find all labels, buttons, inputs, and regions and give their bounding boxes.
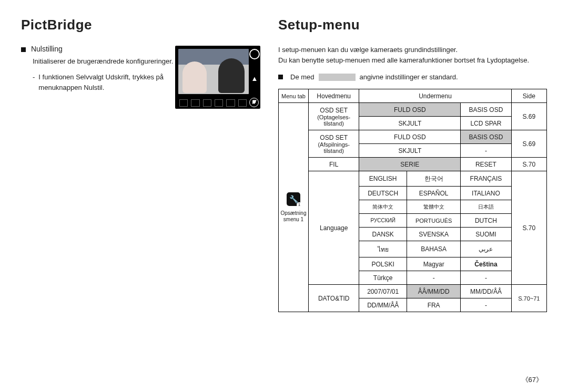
cell: -	[407, 271, 460, 285]
thumb-icon	[215, 99, 223, 107]
note-prefix: De med	[290, 73, 315, 81]
cell: عربي	[461, 241, 511, 257]
table-row: OSD SET (Afspilnings- tilstand) FULD OSD…	[279, 130, 547, 144]
intro-line-1: I setup-menuen kan du vælge kameraets gr…	[278, 45, 547, 55]
cell: RESET	[461, 158, 511, 171]
cell: DD/MM/ÅÅ	[359, 298, 407, 312]
language-label: Language	[309, 171, 359, 285]
section-title: Nulstilling	[31, 45, 63, 53]
cell: SKJULT	[359, 144, 461, 158]
hdr-hoved: Hovedmenu	[309, 89, 359, 103]
cell: -	[461, 144, 511, 158]
cell: PORTUGUÊS	[407, 214, 460, 228]
right-title: Setup-menu	[278, 17, 547, 33]
dash: -	[33, 72, 35, 93]
cell: -	[461, 298, 511, 312]
side-cell: S.70~71	[511, 285, 546, 312]
thumb-icon	[226, 99, 235, 107]
cell: 日本語	[461, 200, 511, 214]
cell: Türkçe	[359, 271, 407, 285]
cell: FRA	[407, 298, 460, 312]
hdr-under: Undermenu	[359, 89, 511, 103]
cell: DUTCH	[461, 214, 511, 228]
table-header-row: Menu tab Hovedmenu Undermenu Side	[279, 89, 547, 103]
cell: SVENSKA	[407, 228, 460, 241]
camera-preview-image: ▲ ▼ ▶	[175, 46, 260, 109]
cell: РУССКИЙ	[359, 214, 407, 228]
cell: BAHASA	[407, 241, 460, 257]
cell: Magyar	[407, 257, 460, 271]
cell: ITALIANO	[461, 187, 511, 200]
thumb-icon	[191, 99, 199, 107]
preview-right-controls: ▲ ▼	[250, 49, 259, 106]
cell: FRANÇAIS	[461, 171, 511, 187]
osd-play-label: OSD SET (Afspilnings- tilstand)	[309, 130, 359, 158]
cell: 한국어	[407, 171, 460, 187]
note-suffix: angivne indstillinger er standard.	[360, 73, 458, 81]
side-cell: S.69	[511, 130, 546, 158]
cell: ไทย	[359, 241, 407, 257]
intro-line-2: Du kan benytte setup-menuen med alle kam…	[278, 55, 547, 66]
cell: ENGLISH	[359, 171, 407, 187]
preview-bottom-icons	[179, 99, 247, 107]
cell: FULD OSD	[359, 130, 461, 144]
cell: BASIS OSD	[461, 103, 511, 117]
cell: ÅÅ/MM/DD	[407, 285, 460, 298]
up-arrow-icon: ▲	[251, 75, 258, 82]
side-cell: S.70	[511, 158, 546, 171]
reset-ring-icon	[249, 49, 260, 59]
page-number: 《67》	[522, 375, 543, 385]
cell: 繁體中文	[407, 200, 460, 214]
cell: POLSKI	[359, 257, 407, 271]
side-cell: S.69	[511, 103, 546, 130]
bullet-square-icon	[21, 47, 26, 52]
left-title: PictBridge	[21, 17, 260, 33]
thumb-icon	[179, 99, 188, 107]
cell: FULD OSD	[359, 103, 461, 117]
cell: 2007/07/01	[359, 285, 407, 298]
fil-label: FIL	[309, 158, 359, 171]
cell: BASIS OSD	[461, 130, 511, 144]
table-row: DATO&TID 2007/07/01 ÅÅ/MM/DD MM/DD/ÅÅ S.…	[279, 285, 547, 298]
thumb-icon	[238, 99, 247, 107]
cell: LCD SPAR	[461, 117, 511, 130]
bullet-square-icon	[278, 75, 283, 79]
cell: Čeština	[461, 257, 511, 271]
cell: SUOMI	[461, 228, 511, 241]
cell: 简体中文	[359, 200, 407, 214]
cell: DEUTSCH	[359, 187, 407, 200]
cell: DANSK	[359, 228, 407, 241]
setup-icon: 🔧	[287, 192, 300, 206]
cell: MM/DD/ÅÅ	[461, 285, 511, 298]
left-column: PictBridge ▲ ▼	[21, 17, 260, 312]
table-row: FIL SERIE RESET S.70	[279, 158, 547, 171]
table-row: Language ENGLISH 한국어 FRANÇAIS S.70	[279, 171, 547, 187]
cell: SKJULT	[359, 117, 461, 130]
hdr-side: Side	[511, 89, 546, 103]
cell: SERIE	[359, 158, 461, 171]
menutab-cell: 🔧 Opsætning smenu 1	[279, 103, 309, 312]
instruction-text: I funktionen Selvvalgt Udskrift, trykkes…	[38, 72, 175, 93]
hdr-menutab: Menu tab	[279, 89, 309, 103]
right-column: Setup-menu I setup-menuen kan du vælge k…	[278, 17, 547, 312]
default-swatch-icon	[319, 74, 356, 81]
thumb-icon	[203, 99, 211, 107]
side-cell: S.70	[511, 171, 546, 285]
default-note: De med angivne indstillinger er standard…	[278, 73, 547, 81]
table-row: 🔧 Opsætning smenu 1 OSD SET (Optagelses-…	[279, 103, 547, 117]
setup-menu-table: Menu tab Hovedmenu Undermenu Side 🔧 Opsæ…	[278, 89, 547, 312]
cell: ESPAÑOL	[407, 187, 460, 200]
osd-rec-label: OSD SET (Optagelses- tilstand)	[309, 103, 359, 130]
cell: -	[461, 271, 511, 285]
play-icon: ▶	[249, 98, 259, 107]
date-label: DATO&TID	[309, 285, 359, 312]
menutab-label-2: smenu 1	[281, 216, 307, 223]
menutab-label-1: Opsætning	[281, 210, 307, 216]
